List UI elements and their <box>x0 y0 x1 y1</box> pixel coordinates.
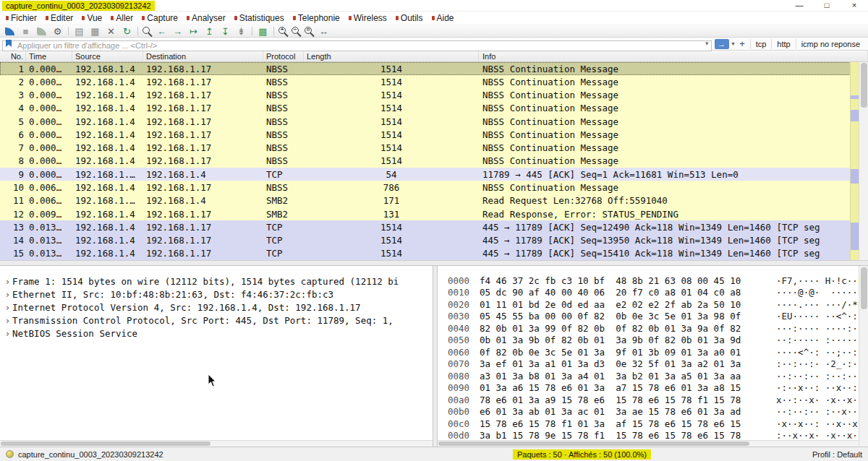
packet-row-11[interactable]: 110.006…192.168.1.…192.168.1.4SMB2171Rea… <box>0 194 868 207</box>
menu-telephonie[interactable]: Telephonie <box>289 12 344 25</box>
packet-minimap[interactable] <box>850 62 859 260</box>
autoscroll-icon[interactable]: ⇟ <box>234 25 249 37</box>
packet-row-15[interactable]: 150.013…192.168.1.4192.168.1.17TCP151444… <box>0 247 868 260</box>
hex-row[interactable]: 002001 11 01 bd 2e 0d ed aa e2 02 e2 2f … <box>448 298 868 311</box>
details-hscroll-thumb[interactable] <box>1 441 210 446</box>
hex-row[interactable]: 0000f4 46 37 2c fb c3 10 bf 48 8b 21 63 … <box>448 275 868 287</box>
last-packet-icon[interactable]: ↧ <box>218 25 233 37</box>
hex-row[interactable]: 009001 3a a6 15 78 e6 01 3a a7 15 78 e6 … <box>448 382 868 395</box>
hex-row[interactable]: 00b0e6 01 3a ab 01 3a ac 01 3a ae 15 78 … <box>448 406 868 418</box>
menu-aller[interactable]: Aller <box>106 12 137 25</box>
menu-editer[interactable]: Editer <box>41 12 77 25</box>
menu-analyser[interactable]: Analyser <box>182 12 230 25</box>
capture-options-icon[interactable]: ⚙ <box>50 25 65 37</box>
hex-row[interactable]: 00600f 82 0b 0e 3c 5e 01 3a 9f 01 3b 09 … <box>448 346 868 358</box>
packet-row-3[interactable]: 30.000…192.168.1.4192.168.1.17NBSS1514NB… <box>0 89 868 102</box>
pane-divider[interactable] <box>433 266 438 447</box>
hex-row[interactable]: 004082 0b 01 3a 99 0f 82 0b 0f 82 0b 01 … <box>448 322 868 335</box>
packet-row-2[interactable]: 20.000…192.168.1.4192.168.1.17NBSS1514NB… <box>0 75 868 88</box>
packet-row-5[interactable]: 50.000…192.168.1.4192.168.1.17NBSS1514NB… <box>0 115 868 128</box>
bytes-scroll-thumb[interactable] <box>861 267 867 309</box>
filter-shortcut-icmp-no-reponse[interactable]: icmp no reponse <box>796 39 865 49</box>
pane-splitter[interactable] <box>0 260 868 266</box>
packet-row-9[interactable]: 90.000…192.168.1.…192.168.1.4TCP5411789 … <box>0 168 868 181</box>
hex-row[interactable]: 00c015 78 e6 15 78 f1 01 3a af 15 78 e6 … <box>448 418 868 430</box>
packet-list-scrollbar[interactable] <box>859 62 868 260</box>
detail-node[interactable]: Frame 1: 1514 bytes on wire (12112 bits)… <box>3 275 431 288</box>
bytes-hscroll-thumb[interactable] <box>438 441 749 446</box>
packet-row-4[interactable]: 40.000…192.168.1.4192.168.1.17NBSS1514NB… <box>0 102 868 115</box>
detail-node[interactable]: Transmission Control Protocol, Src Port:… <box>3 314 431 327</box>
back-icon[interactable]: ← <box>154 25 169 37</box>
hex-row[interactable]: 0080a3 01 3a b8 01 3a a4 01 3a b2 01 3a … <box>448 370 868 382</box>
status-profile[interactable]: Profil : Default <box>655 450 862 459</box>
detail-node[interactable]: Ethernet II, Src: 10:bf:48:8b:21:63, Dst… <box>3 288 431 301</box>
colorize-icon[interactable]: ▩ <box>255 25 271 37</box>
expand-chevron-icon[interactable] <box>3 302 12 313</box>
scrollbar-thumb[interactable] <box>861 63 867 108</box>
expert-info-icon[interactable] <box>6 450 14 458</box>
apply-filter-button[interactable] <box>715 39 729 49</box>
detail-node[interactable]: Internet Protocol Version 4, Src: 192.16… <box>3 301 431 314</box>
packet-row-12[interactable]: 120.009…192.168.1.4192.168.1.17SMB2131Re… <box>0 207 868 220</box>
minimize-button[interactable]: — <box>786 0 813 11</box>
column-header-time[interactable]: Time <box>26 51 72 61</box>
hex-row[interactable]: 00703a ef 01 3a a1 01 3a d3 0e 32 5f 01 … <box>448 358 868 371</box>
packet-row-13[interactable]: 130.013…192.168.1.4192.168.1.17TCP151444… <box>0 220 868 233</box>
menu-capture[interactable]: Capture <box>137 12 182 25</box>
restart-capture-icon[interactable] <box>34 25 49 37</box>
find-packet-icon[interactable] <box>141 25 153 37</box>
column-header-protocol[interactable]: Protocol <box>263 51 304 61</box>
bytes-hscrollbar[interactable] <box>438 440 859 447</box>
menu-outils[interactable]: Outils <box>391 12 427 25</box>
filter-dropdown-icon[interactable] <box>705 40 709 47</box>
zoom-reset-icon[interactable]: = <box>303 25 315 37</box>
menu-fichier[interactable]: Fichier <box>1 12 41 25</box>
apply-filter-caret-icon[interactable] <box>732 40 735 47</box>
packet-row-1[interactable]: 10.000…192.168.1.4192.168.1.17NBSS1514NB… <box>0 62 868 75</box>
packet-row-6[interactable]: 60.000…192.168.1.4192.168.1.17NBSS1514NB… <box>0 128 868 141</box>
column-header-destination[interactable]: Destination <box>143 51 263 61</box>
column-header-length[interactable]: Length <box>304 51 479 61</box>
packet-row-8[interactable]: 80.000…192.168.1.4192.168.1.17NBSS1514NB… <box>0 155 868 168</box>
packet-row-10[interactable]: 100.006…192.168.1.4192.168.1.17NBSS786NB… <box>0 181 868 194</box>
details-hscrollbar[interactable] <box>0 440 433 447</box>
bytes-scrollbar[interactable] <box>859 266 868 447</box>
open-file-icon[interactable]: ▤ <box>72 25 87 37</box>
zoom-in-icon[interactable]: + <box>277 25 289 37</box>
packet-row-14[interactable]: 140.013…192.168.1.4192.168.1.17TCP151444… <box>0 233 868 246</box>
expand-chevron-icon[interactable] <box>3 315 12 326</box>
expand-chevron-icon[interactable] <box>3 289 12 300</box>
detail-node[interactable]: NetBIOS Session Service <box>3 327 431 340</box>
filter-shortcut-http[interactable]: http <box>771 39 795 49</box>
expand-chevron-icon[interactable] <box>3 276 12 287</box>
stop-capture-icon[interactable]: ■ <box>18 25 33 37</box>
hex-row[interactable]: 00a078 e6 01 3a a9 15 78 e6 15 78 e6 15 … <box>448 394 868 406</box>
column-header-source[interactable]: Source <box>72 51 143 61</box>
save-file-icon[interactable]: ▦ <box>88 25 103 37</box>
display-filter-input[interactable] <box>2 40 712 51</box>
zoom-out-icon[interactable]: − <box>290 25 302 37</box>
hex-row[interactable]: 00500b 01 3a 9b 0f 82 0b 01 3a 9b 0f 82 … <box>448 335 868 347</box>
column-header-no[interactable]: No. <box>0 51 26 61</box>
close-button[interactable]: × <box>841 0 868 11</box>
add-filter-button[interactable]: + <box>738 38 747 49</box>
menu-wireless[interactable]: Wireless <box>344 12 391 25</box>
menu-vue[interactable]: Vue <box>77 12 106 25</box>
hex-row[interactable]: 003005 45 55 ba 00 00 0f 82 0b 0e 3c 5e … <box>448 311 868 323</box>
start-capture-icon[interactable] <box>2 25 17 37</box>
forward-icon[interactable]: → <box>170 25 185 37</box>
expand-chevron-icon[interactable] <box>3 328 12 339</box>
close-file-icon[interactable]: ✕ <box>103 25 119 37</box>
hex-row[interactable]: 001005 dc 90 af 40 00 40 06 20 f7 c0 a8 … <box>448 287 868 299</box>
column-header-info[interactable]: Info <box>479 51 868 61</box>
filter-shortcut-tcp[interactable]: tcp <box>750 39 772 49</box>
packet-row-7[interactable]: 70.000…192.168.1.4192.168.1.17NBSS1514NB… <box>0 142 868 155</box>
menu-aide[interactable]: Aide <box>427 12 459 25</box>
reload-icon[interactable]: ↻ <box>119 25 135 37</box>
first-packet-icon[interactable]: ↥ <box>202 25 217 37</box>
goto-packet-icon[interactable]: ↦ <box>186 25 201 37</box>
resize-columns-icon[interactable]: ↔ <box>316 25 331 37</box>
menu-statistiques[interactable]: Statistiques <box>230 12 289 25</box>
maximize-button[interactable]: □ <box>813 0 841 11</box>
